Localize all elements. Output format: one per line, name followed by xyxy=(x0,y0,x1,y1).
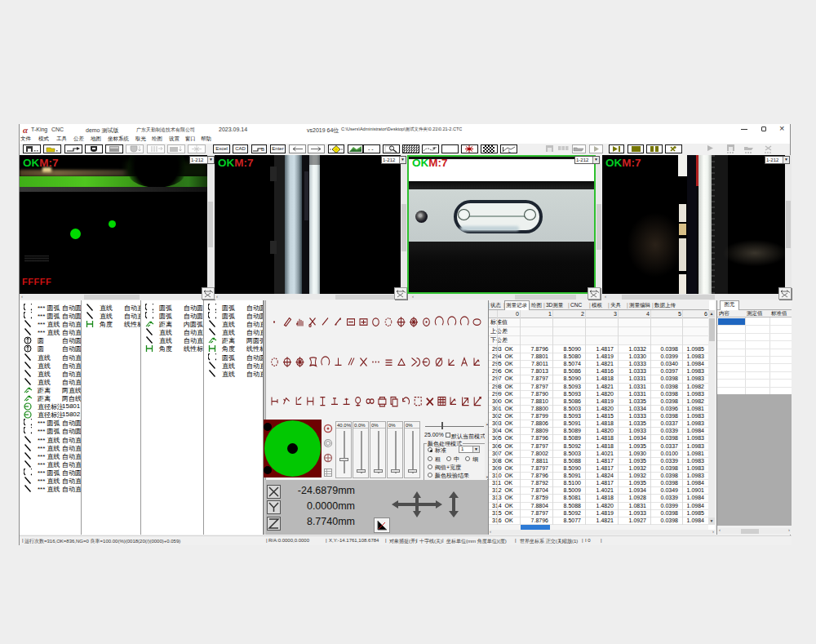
svg-text:B: B xyxy=(261,147,264,152)
svg-text:L: L xyxy=(508,149,511,153)
